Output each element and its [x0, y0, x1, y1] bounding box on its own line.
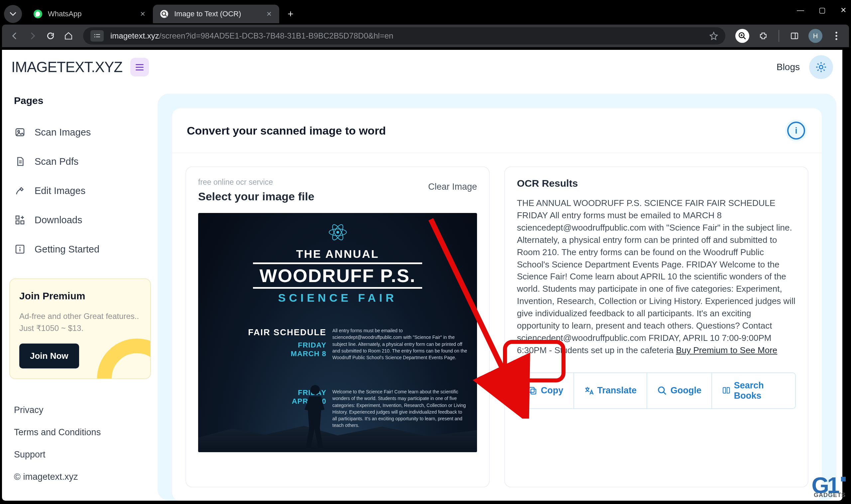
ocr-title: OCR Results: [517, 178, 796, 189]
search-icon: [657, 386, 667, 396]
forward-button[interactable]: [25, 29, 40, 43]
svg-point-19: [18, 130, 19, 132]
bookmark-icon[interactable]: [709, 32, 718, 40]
sidebar-item-downloads[interactable]: Downloads: [9, 205, 151, 235]
search-tabs-button[interactable]: [4, 5, 22, 23]
svg-line-9: [743, 37, 746, 39]
svg-rect-32: [531, 389, 536, 394]
url-path: /screen?id=984AD5E1-DCB3-7B48-31B1-B9BC2…: [159, 31, 393, 40]
decorative-ring: [97, 339, 151, 379]
browser-toolbar: imagetext.xyz/screen?id=984AD5E1-DCB3-7B…: [2, 24, 849, 47]
tab-whatsapp[interactable]: WhatsApp ✕: [26, 5, 153, 23]
info-square-icon: [14, 243, 26, 255]
search-books-button[interactable]: Search Books: [712, 373, 795, 408]
svg-rect-24: [21, 221, 24, 224]
tab-label: WhatsApp: [48, 10, 82, 18]
workbench-header: Convert your scanned image to word i: [172, 108, 822, 153]
sidebar-item-label: Getting Started: [35, 244, 100, 255]
join-now-button[interactable]: Join Now: [19, 344, 79, 368]
home-icon: [64, 32, 73, 40]
ocr-text: THE ANNUAL WOODRUFF P.S. SCIENCE FAIR FA…: [517, 197, 796, 357]
sidebar: Pages Scan Images Scan Pdfs Edit Images …: [2, 84, 158, 501]
image-icon: [14, 126, 26, 138]
svg-rect-23: [16, 221, 19, 224]
sidebar-item-label: Edit Images: [35, 185, 85, 196]
back-button[interactable]: [7, 29, 22, 43]
translate-icon: [584, 386, 594, 396]
grid-plus-icon: [14, 214, 26, 226]
svg-point-14: [835, 32, 837, 34]
site-info-icon[interactable]: [90, 30, 104, 41]
minimize-icon[interactable]: —: [797, 6, 804, 15]
gear-icon: [815, 61, 827, 73]
svg-point-27: [19, 247, 20, 248]
svg-rect-12: [791, 33, 798, 38]
divider: [779, 30, 779, 42]
close-icon[interactable]: ✕: [840, 6, 846, 15]
toolbar-right: H: [735, 29, 844, 43]
arrow-right-icon: [28, 32, 37, 40]
menu-toggle[interactable]: [130, 58, 149, 76]
promo-line1: Ad-free and other Great features..: [19, 310, 141, 322]
info-button[interactable]: i: [785, 120, 807, 142]
sidebar-item-scan-pdfs[interactable]: Scan Pdfs: [9, 147, 151, 176]
svg-point-34: [658, 387, 664, 393]
hamburger-icon: [136, 67, 144, 68]
url-host: imagetext.xyz: [110, 31, 159, 40]
sidebar-item-label: Downloads: [35, 215, 82, 226]
nav-blogs[interactable]: Blogs: [777, 62, 800, 72]
reload-button[interactable]: [43, 29, 58, 43]
buy-premium-link[interactable]: Buy Premium to See More: [676, 345, 777, 355]
extensions-button[interactable]: [756, 29, 770, 43]
gadgets-watermark: G1 GADGETS: [812, 472, 846, 498]
app-header: IMAGETEXT.XYZ Blogs: [2, 50, 843, 84]
tab-imagetotext[interactable]: Image to Text (OCR) ✕: [153, 5, 279, 23]
sidebar-item-label: Scan Pdfs: [35, 156, 78, 167]
sidebar-item-getting-started[interactable]: Getting Started: [9, 235, 151, 264]
puzzle-icon: [759, 32, 767, 40]
edit-icon: [14, 185, 26, 197]
copyright[interactable]: © imagetext.xyz: [14, 466, 151, 488]
svg-point-4: [94, 34, 95, 35]
profile-avatar[interactable]: H: [809, 29, 822, 43]
translate-button[interactable]: Translate: [574, 373, 648, 408]
home-button[interactable]: [61, 29, 76, 43]
copy-button[interactable]: Copy: [518, 373, 574, 408]
close-icon[interactable]: ✕: [266, 10, 272, 18]
main-panel: Convert your scanned image to word i fre…: [158, 94, 836, 501]
sidebar-item-label: Scan Images: [35, 127, 91, 138]
magnify-icon: [738, 32, 747, 40]
info-icon: i: [787, 122, 805, 140]
close-icon[interactable]: ✕: [140, 10, 146, 18]
link-privacy[interactable]: Privacy: [14, 399, 151, 421]
svg-rect-5: [96, 34, 100, 35]
atom-icon: [328, 222, 348, 242]
window-controls: — ▢ ✕: [797, 6, 846, 15]
svg-point-17: [819, 66, 823, 69]
settings-button[interactable]: [809, 55, 833, 79]
sidebar-item-edit-images[interactable]: Edit Images: [9, 176, 151, 205]
brand-logo[interactable]: IMAGETEXT.XYZ: [11, 59, 122, 75]
ocr-favicon-icon: [160, 9, 169, 19]
zoom-badge[interactable]: [735, 29, 749, 43]
sidepanel-button[interactable]: [787, 29, 802, 43]
premium-promo-card: Join Premium Ad-free and other Great fea…: [9, 278, 151, 379]
reload-icon: [46, 32, 55, 40]
clear-image-link[interactable]: Clear Image: [428, 182, 477, 192]
document-icon: [14, 156, 26, 167]
link-terms[interactable]: Terms and Conditions: [14, 421, 151, 444]
svg-point-16: [835, 38, 837, 40]
maximize-icon[interactable]: ▢: [819, 6, 826, 15]
person-silhouette: [295, 379, 335, 452]
footer-links: Privacy Terms and Conditions Support © i…: [9, 399, 151, 488]
tab-label: Image to Text (OCR): [174, 10, 241, 18]
link-support[interactable]: Support: [14, 444, 151, 466]
sidebar-item-scan-images[interactable]: Scan Images: [9, 118, 151, 147]
google-button[interactable]: Google: [647, 373, 712, 408]
address-bar[interactable]: imagetext.xyz/screen?id=984AD5E1-DCB3-7B…: [83, 27, 725, 44]
promo-title: Join Premium: [19, 290, 141, 302]
svg-point-28: [336, 231, 339, 234]
menu-button[interactable]: [829, 29, 844, 43]
svg-rect-33: [529, 388, 534, 392]
new-tab-button[interactable]: +: [284, 7, 297, 21]
